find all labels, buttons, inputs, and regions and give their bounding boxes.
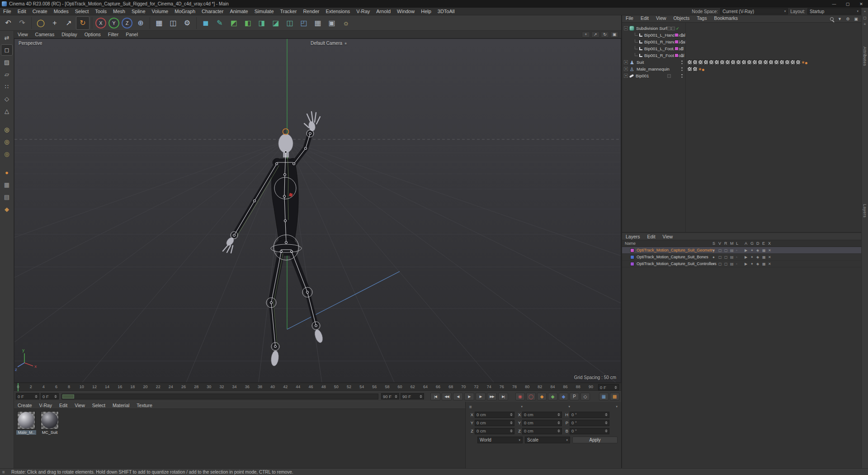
- layer-toggle-l[interactable]: ◦: [736, 255, 737, 259]
- layer-toggle-l[interactable]: ◦: [736, 248, 737, 252]
- layer-toggle-m[interactable]: ▤: [730, 248, 734, 252]
- rotate-tool-button[interactable]: ↻: [76, 16, 90, 30]
- expression-tag-icon[interactable]: ∗: [698, 66, 702, 71]
- object-row-male-mannequin[interactable]: +♙Male_mannequin∗: [622, 66, 861, 72]
- node-space-select[interactable]: Current (V-Ray) ▾: [720, 8, 788, 14]
- layer-toggle-x[interactable]: ✕: [768, 248, 771, 252]
- object-manager-menu-file[interactable]: File: [622, 15, 637, 22]
- menu-modes[interactable]: Modes: [51, 8, 72, 15]
- layer-toggle-v[interactable]: ▢: [718, 248, 722, 252]
- object-row-bip001-l-foot-goal[interactable]: Bip001_L_Foot.Goal: [622, 45, 861, 52]
- stepper-icons[interactable]: [395, 395, 397, 398]
- close-button[interactable]: ✕: [854, 0, 868, 8]
- texture-tag-icon[interactable]: [796, 60, 801, 65]
- workplane-mode-button[interactable]: ▱: [1, 69, 13, 80]
- texture-tag-icon[interactable]: [752, 60, 757, 65]
- menu-volume[interactable]: Volume: [149, 8, 172, 15]
- mograph-cloner-button[interactable]: ◪: [269, 16, 283, 30]
- layer-toggle-a[interactable]: ▶: [745, 255, 747, 259]
- snap-modes-button[interactable]: ◎: [1, 136, 13, 147]
- render-settings-button[interactable]: ⚙: [180, 16, 194, 30]
- menu-extensions[interactable]: Extensions: [322, 8, 353, 15]
- rotation-b-field[interactable]: 0 °: [570, 428, 609, 434]
- render-region-button[interactable]: ◫: [166, 16, 180, 30]
- menu-v-ray[interactable]: V-Ray: [353, 8, 373, 15]
- object-row-suit[interactable]: +♟Suit∗: [622, 59, 861, 66]
- light-object-button[interactable]: ☼: [339, 16, 353, 30]
- playback-preview-button[interactable]: ▦: [599, 393, 609, 400]
- texture-tag-icon[interactable]: [790, 60, 795, 65]
- position-x-field[interactable]: 0 cm: [475, 412, 514, 418]
- object-manager-menu-view[interactable]: View: [652, 15, 670, 22]
- menu-tools[interactable]: Tools: [92, 8, 110, 15]
- z-axis-lock-button[interactable]: Z: [122, 18, 132, 28]
- menu-mesh[interactable]: Mesh: [110, 8, 128, 15]
- visibility-dots-icon[interactable]: [681, 47, 683, 51]
- quantize-settings-button[interactable]: ◎: [1, 148, 13, 160]
- visibility-dots-icon[interactable]: [681, 74, 683, 78]
- object-row-bip001[interactable]: +Bip001: [622, 72, 861, 79]
- texture-tag-icon[interactable]: [731, 60, 736, 65]
- layer-menu-view[interactable]: View: [659, 234, 677, 239]
- layer-toggle-r[interactable]: ▢: [724, 248, 728, 252]
- layer-toggle-m[interactable]: ▤: [730, 262, 734, 266]
- menu-select[interactable]: Select: [72, 8, 92, 15]
- layer-toggle-e[interactable]: ▦: [762, 262, 766, 266]
- layer-toggle-d[interactable]: ◈: [756, 262, 759, 266]
- layer-toggle-s[interactable]: ●: [712, 248, 715, 252]
- menu-arnold[interactable]: Arnold: [373, 8, 394, 15]
- minimize-button[interactable]: —: [827, 0, 841, 8]
- current-frame-field[interactable]: 0 F: [16, 393, 39, 399]
- layer-row-optitrack-motion-capture-suit-bones[interactable]: OptiTrack_Motion_Capture_Suit_Bones●▢▢▤◦…: [622, 254, 861, 261]
- object-manager-menu-bookmarks[interactable]: Bookmarks: [710, 15, 741, 22]
- stepper-icons[interactable]: [605, 413, 608, 416]
- stepper-icons[interactable]: [605, 429, 608, 432]
- position-z-field[interactable]: 0 cm: [475, 428, 514, 434]
- material-menu-view[interactable]: View: [71, 403, 89, 408]
- viewport-solo-button[interactable]: ●: [1, 167, 13, 178]
- volume-builder-button[interactable]: ◰: [297, 16, 311, 30]
- menu-edit[interactable]: Edit: [14, 8, 29, 15]
- layer-toggle-g[interactable]: ✦: [750, 255, 754, 259]
- texture-tag-icon[interactable]: [720, 60, 725, 65]
- modeling-settings-button[interactable]: ◆: [1, 204, 13, 215]
- polygons-mode-button[interactable]: △: [1, 105, 13, 117]
- object-row-subdivision-surface[interactable]: −Subdivision Surface✓: [622, 25, 861, 32]
- menu-simulate[interactable]: Simulate: [251, 8, 277, 15]
- menu-help[interactable]: Help: [418, 8, 434, 15]
- autokeying-button[interactable]: ◯: [526, 393, 536, 400]
- expression-tag-icon[interactable]: ∗: [801, 60, 805, 65]
- ruler-frame-field[interactable]: 0 F: [598, 384, 619, 390]
- texture-tag-icon[interactable]: [703, 60, 708, 65]
- layer-menu-layers[interactable]: Layers: [622, 234, 644, 239]
- mannequin-figure[interactable]: [223, 112, 324, 366]
- layer-color-swatch[interactable]: [675, 53, 679, 57]
- layer-toggle-r[interactable]: ▢: [724, 262, 728, 266]
- material-preview[interactable]: [41, 411, 59, 429]
- layer-toggle-a[interactable]: ▶: [745, 248, 747, 252]
- material-menu-texture[interactable]: Texture: [133, 403, 156, 408]
- visibility-dots-icon[interactable]: [681, 67, 683, 71]
- instance-generator-button[interactable]: ◨: [255, 16, 269, 30]
- y-axis-lock-button[interactable]: Y: [108, 18, 119, 28]
- layer-toggle-x[interactable]: ✕: [768, 255, 771, 259]
- texture-tag-icon[interactable]: [747, 60, 752, 65]
- layer-toggle-d[interactable]: ◈: [756, 255, 759, 259]
- menu-tracker[interactable]: Tracker: [277, 8, 300, 15]
- play-forward-button[interactable]: ▶: [464, 393, 474, 400]
- move-tool-button[interactable]: +: [48, 16, 61, 30]
- record-parameter-button[interactable]: P: [570, 393, 579, 400]
- camera-label[interactable]: Default Camera ∗: [311, 41, 348, 46]
- om-filter-icon[interactable]: ▼: [836, 16, 843, 22]
- make-editable-button[interactable]: ⇄: [1, 32, 13, 43]
- field-object-button[interactable]: ◫: [283, 16, 297, 30]
- record-rotation-button[interactable]: ◆: [559, 393, 568, 400]
- om-search-icon[interactable]: [828, 16, 835, 22]
- previous-key-button[interactable]: ◀◀: [442, 393, 452, 400]
- layer-toggle-v[interactable]: ▢: [718, 255, 722, 259]
- model-mode-button[interactable]: ◻: [1, 44, 13, 56]
- om-lock-icon[interactable]: ▣: [853, 16, 859, 22]
- record-scale-button[interactable]: ◆: [548, 393, 557, 400]
- dock-tab-layers[interactable]: Layers: [863, 204, 867, 218]
- stepper-icons[interactable]: [35, 395, 38, 398]
